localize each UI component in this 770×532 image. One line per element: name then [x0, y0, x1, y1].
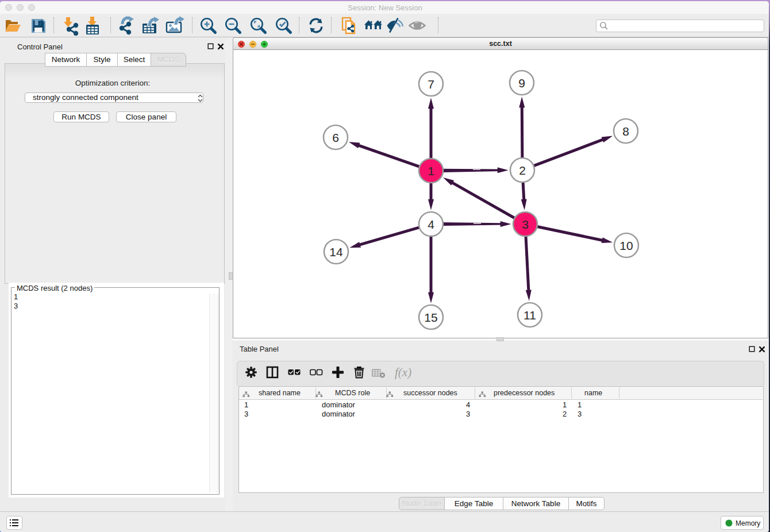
svg-text:9: 9 — [518, 76, 525, 90]
svg-text:1: 1 — [428, 164, 434, 178]
svg-text:4: 4 — [428, 218, 434, 231]
svg-text:11: 11 — [523, 309, 536, 322]
svg-text:6: 6 — [332, 131, 339, 144]
svg-text:7: 7 — [428, 78, 434, 91]
svg-text:8: 8 — [622, 125, 629, 138]
svg-text:15: 15 — [424, 311, 437, 324]
svg-text:3: 3 — [522, 218, 529, 231]
svg-text:2: 2 — [519, 164, 526, 177]
svg-text:14: 14 — [329, 245, 343, 259]
svg-text:10: 10 — [619, 239, 633, 252]
